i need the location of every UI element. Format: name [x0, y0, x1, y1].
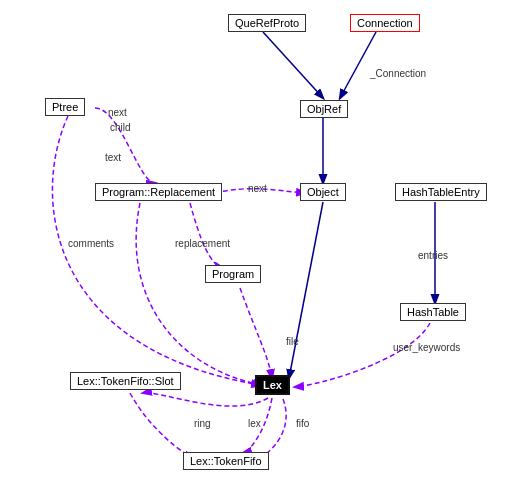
node-lex: Lex	[255, 375, 290, 395]
svg-line-1	[340, 32, 376, 98]
node-program: Program	[205, 265, 261, 283]
svg-line-3	[289, 202, 323, 378]
label-lex: lex	[248, 418, 261, 429]
svg-line-0	[263, 32, 323, 98]
node-hashtable: HashTable	[400, 303, 466, 321]
label-next1: next	[108, 107, 127, 118]
node-object: Object	[300, 183, 346, 201]
node-ptree: Ptree	[45, 98, 85, 116]
node-querefproto: QueRefProto	[228, 14, 306, 32]
diagram: QueRefProto Connection ObjRef Ptree Prog…	[0, 0, 511, 502]
node-lextokenfifo: Lex::TokenFifo	[183, 452, 269, 470]
label-comments: comments	[68, 238, 114, 249]
label-connection: _Connection	[370, 68, 426, 79]
label-replacement: replacement	[175, 238, 230, 249]
label-text: text	[105, 152, 121, 163]
node-lextokenfifo-slot: Lex::TokenFifo::Slot	[70, 372, 181, 390]
label-user-keywords: user_keywords	[393, 342, 460, 353]
label-ring: ring	[194, 418, 211, 429]
node-program-replacement: Program::Replacement	[95, 183, 222, 201]
label-entries: entries	[418, 250, 448, 261]
label-file: file	[286, 336, 299, 347]
label-fifo: fifo	[296, 418, 309, 429]
label-child: child	[110, 122, 131, 133]
node-connection: Connection	[350, 14, 420, 32]
node-objref: ObjRef	[300, 100, 348, 118]
node-hashtableentry: HashTableEntry	[395, 183, 487, 201]
label-next2: next	[248, 183, 267, 194]
